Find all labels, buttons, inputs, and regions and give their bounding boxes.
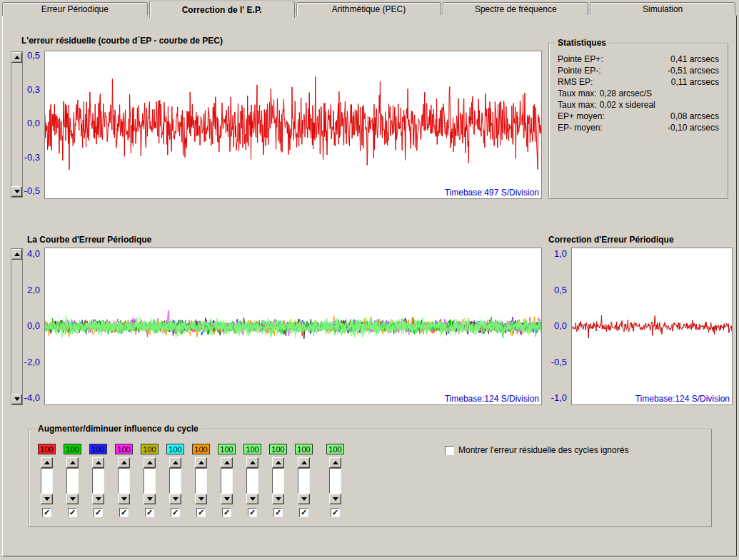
- up-arrow-icon: [96, 461, 101, 464]
- residual-chart-title: L'erreur résiduelle (courbe d´EP - courb…: [21, 36, 223, 46]
- scroll-track[interactable]: [11, 260, 22, 394]
- cycle-slider-track[interactable]: [246, 468, 258, 494]
- cycle-checkbox[interactable]: ✓: [119, 508, 129, 517]
- cycle-checkbox[interactable]: ✓: [331, 508, 340, 517]
- cycle-up-button[interactable]: [92, 457, 104, 468]
- up-arrow-icon: [14, 56, 20, 59]
- cycle-up-button[interactable]: [144, 457, 156, 468]
- cycle-slider-track[interactable]: [272, 468, 284, 494]
- cycle-slider-7: 100✓: [192, 444, 210, 517]
- cycle-slider-track[interactable]: [41, 468, 53, 494]
- cycle-up-button[interactable]: [272, 457, 284, 468]
- tab-simulation[interactable]: Simulation: [590, 2, 735, 16]
- cycle-slider-track[interactable]: [66, 468, 79, 494]
- cycle-checkbox[interactable]: ✓: [94, 508, 103, 517]
- cycle-checkbox[interactable]: ✓: [299, 508, 308, 517]
- cycle-up-button[interactable]: [195, 457, 207, 468]
- pe-plot: Timebase:124 S/Division: [44, 248, 542, 405]
- down-arrow-icon: [70, 497, 76, 501]
- cycle-checkbox[interactable]: ✓: [68, 508, 77, 517]
- down-arrow-icon: [301, 497, 307, 501]
- cycle-value: 100: [218, 444, 236, 454]
- cycle-influence-group: Augmenter/diminuer influence du cycle 10…: [29, 429, 712, 527]
- cycle-up-button[interactable]: [169, 457, 181, 468]
- up-arrow-icon: [333, 461, 338, 464]
- down-arrow-icon: [14, 190, 20, 193]
- tab-correction-ep[interactable]: Correction de l' E.P.: [149, 1, 295, 18]
- cycle-down-button[interactable]: [92, 494, 104, 504]
- cycle-checkbox[interactable]: ✓: [171, 508, 180, 517]
- cycle-slider-track[interactable]: [92, 468, 104, 494]
- scroll-down-button[interactable]: [11, 186, 22, 197]
- cycle-checkbox[interactable]: ✓: [273, 508, 283, 517]
- y-tick-label: 0,0: [554, 321, 567, 331]
- cycle-value: 100: [243, 444, 261, 454]
- y-tick-label: -0,5: [551, 357, 567, 367]
- scroll-up-button[interactable]: [11, 52, 22, 63]
- stat-row: Pointe EP+:0,41 arcsecs: [558, 54, 719, 65]
- pec-chart-title: Correction d'Erreur Périodique: [548, 235, 674, 245]
- cycle-down-button[interactable]: [298, 494, 310, 504]
- cycle-up-button[interactable]: [246, 457, 258, 468]
- cycle-checkbox[interactable]: ✓: [222, 508, 231, 517]
- y-tick-label: 0,0: [27, 321, 40, 331]
- show-ignored-checkbox[interactable]: [445, 446, 454, 455]
- cycle-down-button[interactable]: [41, 494, 53, 504]
- cycle-down-button[interactable]: [169, 494, 181, 504]
- stat-row: Taux max:0,28 arcsec/S: [558, 88, 719, 99]
- scroll-track[interactable]: [11, 63, 22, 186]
- check-icon: ✓: [146, 509, 153, 516]
- cycle-slider-track[interactable]: [169, 468, 181, 494]
- check-icon: ✓: [172, 509, 179, 516]
- up-arrow-icon: [147, 461, 153, 464]
- cycle-slider-track[interactable]: [118, 468, 130, 494]
- cycle-checkbox[interactable]: ✓: [196, 508, 206, 517]
- cycle-value: 100: [64, 444, 81, 454]
- check-icon: ✓: [223, 509, 230, 516]
- cycle-slider-track[interactable]: [195, 468, 207, 494]
- cycle-up-button[interactable]: [118, 457, 130, 468]
- cycle-checkbox[interactable]: ✓: [145, 508, 154, 517]
- cycle-slider-track[interactable]: [221, 468, 233, 494]
- up-arrow-icon: [121, 461, 127, 464]
- tab-label: Arithmétique (PEC): [332, 4, 406, 14]
- scroll-down-button[interactable]: [11, 394, 22, 404]
- cycle-influence-legend: Augmenter/diminuer influence du cycle: [35, 424, 201, 434]
- tab-label: Correction de l' E.P.: [182, 5, 262, 15]
- scroll-up-button[interactable]: [11, 249, 22, 260]
- down-arrow-icon: [250, 497, 256, 501]
- cycle-slider-2: 100✓: [64, 444, 81, 517]
- tab-spectre-frequence[interactable]: Spectre de fréquence: [443, 2, 588, 16]
- cycle-down-button[interactable]: [329, 494, 341, 504]
- cycle-up-button[interactable]: [221, 457, 233, 468]
- cycle-down-button[interactable]: [195, 494, 207, 504]
- cycle-down-button[interactable]: [66, 494, 79, 504]
- statistics-legend: Statistiques: [555, 38, 609, 48]
- show-ignored-row[interactable]: Montrer l'erreur résiduelle des cycles i…: [445, 445, 628, 455]
- check-icon: ✓: [69, 509, 76, 516]
- cycle-checkbox[interactable]: ✓: [42, 508, 51, 517]
- up-arrow-icon: [14, 253, 20, 256]
- y-tick-label: 4,0: [27, 249, 40, 259]
- cycle-up-button[interactable]: [66, 457, 79, 468]
- cycle-up-button[interactable]: [41, 457, 53, 468]
- cycle-up-button[interactable]: [329, 457, 341, 468]
- stat-value: 0,08 arcsecs: [670, 111, 719, 121]
- cycle-down-button[interactable]: [221, 494, 233, 504]
- cycle-value: 100: [115, 444, 133, 454]
- cycle-down-button[interactable]: [118, 494, 130, 504]
- cycle-slider-track[interactable]: [298, 468, 310, 494]
- cycle-down-button[interactable]: [272, 494, 284, 504]
- tab-erreur-periodique[interactable]: Erreur Périodique: [2, 2, 148, 16]
- cycle-down-button[interactable]: [144, 494, 156, 504]
- cycle-down-button[interactable]: [246, 494, 258, 504]
- stat-value: 0,41 arcsecs: [670, 54, 719, 64]
- cycle-checkbox[interactable]: ✓: [248, 508, 257, 517]
- cycle-slider-track[interactable]: [144, 468, 156, 494]
- tab-arithmetique-pec[interactable]: Arithmétique (PEC): [296, 2, 442, 16]
- up-arrow-icon: [276, 461, 281, 464]
- residual-scale-scrollbar: [11, 51, 23, 198]
- cycle-slider-track[interactable]: [329, 468, 341, 494]
- cycle-up-button[interactable]: [298, 457, 310, 468]
- cycle-value: 100: [141, 444, 159, 454]
